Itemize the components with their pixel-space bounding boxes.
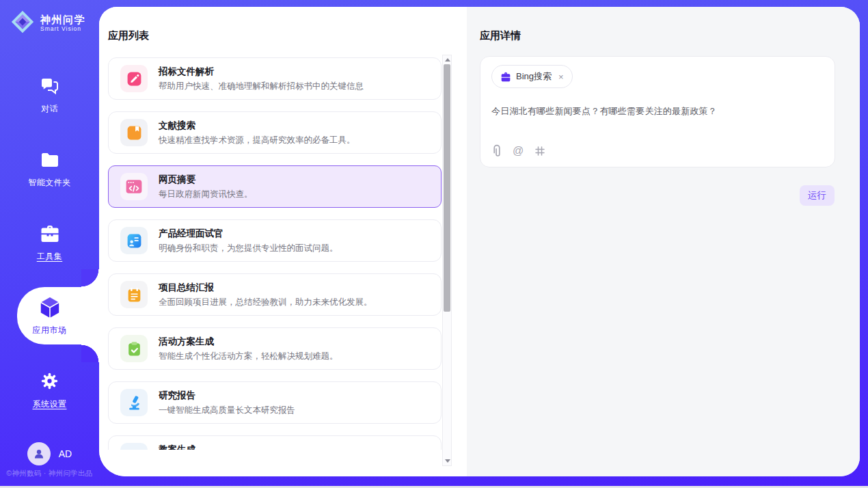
prompt-toolbar: @: [492, 144, 545, 158]
app-card[interactable]: 研究报告 一键智能生成高质量长文本研究报告: [108, 381, 442, 424]
app-list-title: 应用列表: [108, 29, 149, 42]
app-list-panel: 应用列表 招标文件解析 帮助用户快速、准确地理解和解析招标书中的关键信息 文献搜…: [99, 7, 467, 476]
at-icon[interactable]: @: [513, 146, 524, 157]
interviewer-icon: [120, 227, 148, 254]
app-card-description: 智能生成个性化活动方案，轻松解决规划难题。: [159, 351, 338, 362]
sidebar-nav: 对话 智能文件夹 工具集 应用市场 系统设置: [0, 57, 99, 426]
app-card-title: 活动方案生成: [159, 336, 338, 348]
paperclip-icon[interactable]: [492, 144, 502, 158]
cube-icon: [38, 296, 62, 319]
app-card[interactable]: 产品经理面试官 明确身份和职责，为您提供专业性的面试问题。: [108, 219, 442, 262]
person-icon: [33, 448, 45, 460]
notepad-icon: [120, 281, 148, 308]
app-card-title: 研究报告: [159, 390, 295, 402]
sidebar-item[interactable]: 系统设置: [0, 353, 99, 426]
bubble-notch-top: [81, 269, 99, 287]
app-card[interactable]: 招标文件解析 帮助用户快速、准确地理解和解析招标书中的关键信息: [108, 57, 442, 100]
app-card-title: 产品经理面试官: [159, 228, 338, 240]
prompt-card[interactable]: Bing搜索 × 今日湖北有哪些新闻要点？有哪些需要关注的最新政策？ @: [480, 56, 835, 167]
brand-logo: 神州问学 Smart Vision: [10, 9, 85, 38]
copyright-footer: ©神州数码 · 神州问学出品: [0, 469, 99, 478]
app-card[interactable]: 教案生成 模板驱动，教案秒成，教学准备从此轻松快捷: [108, 435, 442, 450]
sidebar-item-label: 智能文件夹: [28, 177, 71, 189]
clipboard-check-icon: [120, 335, 148, 362]
app-list: 招标文件解析 帮助用户快速、准确地理解和解析招标书中的关键信息 文献搜索 快速精…: [108, 57, 442, 450]
app-card-title: 教案生成: [159, 444, 329, 450]
hash-icon[interactable]: [534, 146, 545, 157]
sidebar-item-label: 工具集: [37, 251, 63, 262]
book-icon: [120, 119, 148, 146]
scroll-down-arrow-icon[interactable]: [445, 459, 450, 463]
sidebar-item[interactable]: 智能文件夹: [0, 131, 99, 205]
user-badge[interactable]: AD: [0, 442, 99, 465]
app-card-description: 每日政府新闻资讯快查。: [159, 189, 253, 200]
chip-close-icon[interactable]: ×: [558, 72, 564, 82]
web-code-icon: [120, 173, 148, 200]
edit-document-icon: [120, 65, 148, 92]
app-card-title: 项目总结汇报: [159, 282, 372, 294]
scrollbar[interactable]: [442, 55, 452, 466]
toolbox-icon: [40, 222, 60, 245]
sidebar-item[interactable]: 工具集: [0, 205, 99, 279]
app-card[interactable]: 网页摘要 每日政府新闻资讯快查。: [108, 165, 442, 208]
avatar[interactable]: [27, 442, 51, 465]
app-card-description: 全面回顾项目进展，总结经验教训，助力未来优化发展。: [159, 297, 372, 308]
briefcase-icon: [500, 72, 511, 82]
scrollbar-thumb[interactable]: [444, 64, 450, 312]
app-detail-title: 应用详情: [480, 29, 521, 42]
app-card-description: 帮助用户快速、准确地理解和解析招标书中的关键信息: [159, 81, 364, 92]
sidebar-item[interactable]: 对话: [0, 57, 99, 131]
sidebar-item-label: 应用市场: [33, 325, 67, 336]
sidebar-item-label: 系统设置: [33, 398, 67, 410]
sidebar-item-label: 对话: [41, 103, 58, 115]
app-card[interactable]: 活动方案生成 智能生成个性化活动方案，轻松解决规划难题。: [108, 327, 442, 370]
app-card[interactable]: 文献搜索 快速精准查找学术资源，提高研究效率的必备工具。: [108, 111, 442, 154]
diamond-logo-icon: [10, 9, 35, 38]
microscope-icon: [120, 389, 148, 416]
app-card-title: 文献搜索: [159, 120, 355, 132]
user-initials: AD: [59, 448, 72, 459]
gear-icon: [40, 370, 59, 393]
tool-chip-label: Bing搜索: [516, 70, 552, 83]
tool-chip[interactable]: Bing搜索 ×: [491, 65, 573, 88]
sidebar: 神州问学 Smart Vision 对话 智能文件夹 工具集 应用市场: [0, 0, 99, 488]
app-card-description: 一键智能生成高质量长文本研究报告: [159, 405, 295, 416]
app-card[interactable]: 项目总结汇报 全面回顾项目进展，总结经验教训，助力未来优化发展。: [108, 273, 442, 316]
run-button[interactable]: 运行: [800, 185, 835, 206]
chat-icon: [40, 74, 60, 98]
app-card-description: 明确身份和职责，为您提供专业性的面试问题。: [159, 243, 338, 254]
brand-subtitle: Smart Vision: [40, 26, 85, 33]
app-card-description: 快速精准查找学术资源，提高研究效率的必备工具。: [159, 135, 355, 146]
app-card-title: 网页摘要: [159, 174, 253, 186]
brand-name: 神州问学: [40, 14, 85, 25]
folder-icon: [40, 148, 59, 172]
app-detail-panel: 应用详情 Bing搜索 × 今日湖北有哪些新闻要点？有哪些需要关注的最新政策？ …: [467, 7, 860, 476]
books-icon: [120, 443, 148, 450]
app-card-title: 招标文件解析: [159, 66, 364, 78]
scroll-up-arrow-icon[interactable]: [445, 58, 450, 62]
main-content: 应用列表 招标文件解析 帮助用户快速、准确地理解和解析招标书中的关键信息 文献搜…: [99, 7, 860, 476]
prompt-text[interactable]: 今日湖北有哪些新闻要点？有哪些需要关注的最新政策？: [491, 105, 824, 118]
sidebar-item[interactable]: 应用市场: [0, 279, 99, 353]
